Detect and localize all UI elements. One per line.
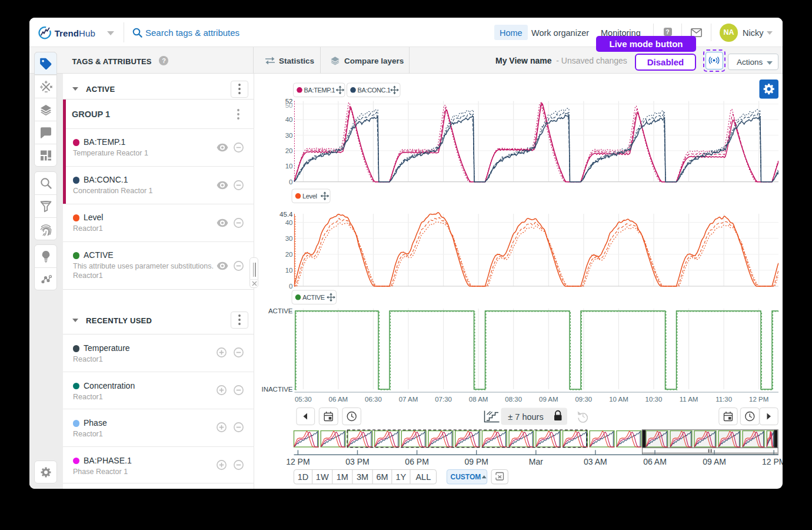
svg-text:10:30: 10:30 bbox=[645, 396, 662, 403]
svg-text:1Y: 1Y bbox=[395, 472, 406, 482]
svg-text:ACTIVE: ACTIVE bbox=[302, 294, 325, 301]
svg-text:± 7 hours: ± 7 hours bbox=[508, 412, 543, 422]
svg-text:06 AM: 06 AM bbox=[328, 396, 348, 403]
svg-text:06:30: 06:30 bbox=[365, 396, 382, 403]
svg-text:03 PM: 03 PM bbox=[345, 457, 369, 466]
svg-text:0: 0 bbox=[289, 178, 292, 186]
svg-text:10: 10 bbox=[285, 163, 292, 170]
svg-text:BA:TEMP.1: BA:TEMP.1 bbox=[304, 87, 335, 94]
svg-text:1M: 1M bbox=[336, 472, 348, 482]
svg-text:05:30: 05:30 bbox=[294, 396, 311, 403]
svg-text:40: 40 bbox=[285, 219, 292, 226]
svg-text:Level: Level bbox=[302, 193, 317, 200]
svg-text:50: 50 bbox=[285, 102, 292, 109]
svg-text:11:30: 11:30 bbox=[716, 396, 732, 403]
svg-text:06 PM: 06 PM bbox=[405, 457, 428, 466]
svg-text:09 PM: 09 PM bbox=[464, 457, 488, 466]
svg-text:12 PM: 12 PM bbox=[286, 457, 310, 466]
svg-text:30: 30 bbox=[285, 235, 292, 242]
svg-text:08:30: 08:30 bbox=[505, 396, 522, 403]
svg-text:07 AM: 07 AM bbox=[398, 396, 418, 403]
svg-text:Mar: Mar bbox=[528, 457, 543, 466]
svg-text:09 AM: 09 AM bbox=[703, 457, 726, 466]
svg-text:09:30: 09:30 bbox=[575, 396, 592, 403]
svg-text:03 AM: 03 AM bbox=[584, 457, 607, 466]
svg-text:ACTIVE: ACTIVE bbox=[268, 307, 292, 314]
svg-text:10 AM: 10 AM bbox=[609, 396, 628, 403]
svg-text:20: 20 bbox=[285, 251, 292, 258]
svg-text:20: 20 bbox=[285, 147, 292, 154]
svg-text:45.4: 45.4 bbox=[279, 211, 293, 218]
svg-text:6M: 6M bbox=[376, 472, 388, 482]
svg-text:30: 30 bbox=[285, 132, 292, 139]
svg-text:ALL: ALL bbox=[415, 472, 431, 482]
svg-text:08 AM: 08 AM bbox=[468, 396, 488, 403]
svg-text:CUSTOM: CUSTOM bbox=[450, 473, 481, 481]
svg-text:09 AM: 09 AM bbox=[538, 396, 558, 403]
svg-text:3M: 3M bbox=[356, 472, 368, 482]
svg-text:06 AM: 06 AM bbox=[643, 457, 667, 466]
svg-text:12 PM: 12 PM bbox=[761, 457, 783, 466]
svg-text:INACTIVE: INACTIVE bbox=[261, 386, 292, 393]
svg-text:07:30: 07:30 bbox=[435, 396, 452, 403]
svg-text:BA:CONC.1: BA:CONC.1 bbox=[357, 87, 390, 94]
svg-text:0: 0 bbox=[289, 283, 292, 290]
svg-text:12 PM: 12 PM bbox=[749, 396, 768, 403]
svg-text:1W: 1W bbox=[315, 472, 328, 482]
svg-text:11 AM: 11 AM bbox=[679, 396, 698, 403]
svg-text:40: 40 bbox=[285, 116, 292, 123]
svg-text:1D: 1D bbox=[297, 472, 308, 482]
svg-text:10: 10 bbox=[285, 267, 292, 274]
